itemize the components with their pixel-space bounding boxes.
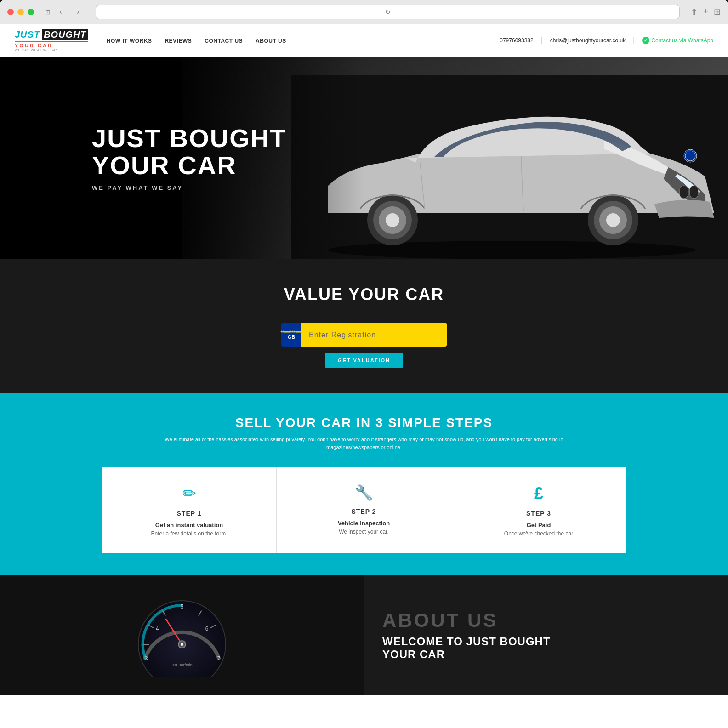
svg-point-12 (684, 149, 697, 162)
svg-rect-3 (690, 186, 698, 199)
about-title: WELCOME TO JUST BOUGHT YOUR CAR (382, 635, 710, 661)
nav-links: HOW IT WORKS REVIEWS CONTACT US ABOUT US (107, 36, 286, 45)
about-title-line2: YOUR CAR (382, 648, 445, 660)
hero-section: JUST BOUGHT YOUR CAR WE PAY WHAT WE SAY (0, 57, 728, 259)
email-address[interactable]: chris@justboughtyourcar.co.uk (550, 37, 626, 44)
step-3-icon: £ (534, 484, 543, 503)
valuation-form: ★★★★★★★★★★★★ GB GET VALUATION (281, 323, 447, 368)
nav-link-how-it-works[interactable]: HOW IT WORKS (107, 38, 152, 44)
nav-right: 07976093382 | chris@justboughtyourcar.co… (500, 36, 713, 45)
get-valuation-button[interactable]: GET VALUATION (325, 353, 403, 368)
step-2-label: STEP 2 (352, 508, 376, 515)
steps-description: We eliminate all of the hassles associat… (157, 436, 571, 451)
about-left: 3 4 5 6 7 ×1000r/min (0, 575, 364, 695)
nav-item-contact[interactable]: CONTACT US (205, 36, 243, 45)
steps-cards: ✏ STEP 1 Get an instant valuation Enter … (37, 467, 691, 553)
step-3-title: Get Paid (527, 522, 551, 529)
traffic-lights (7, 9, 34, 15)
address-bar[interactable]: ↻ (96, 5, 680, 19)
hero-title-line1: JUST BOUGHT (92, 124, 286, 153)
nav-item-how-it-works[interactable]: HOW IT WORKS (107, 36, 152, 45)
step-3-label: STEP 3 (526, 510, 551, 517)
step-2-icon: 🔧 (355, 484, 373, 501)
about-us-label: ABOUT US (382, 609, 710, 631)
hero-title-line2: YOUR CAR (92, 151, 237, 180)
svg-text:7: 7 (217, 655, 221, 662)
grid-icon[interactable]: ⊞ (714, 7, 721, 17)
logo-tagline-small: WE PAY WHAT WE SAY (15, 48, 88, 51)
steps-title: SELL YOUR CAR IN 3 SIMPLE STEPS (37, 415, 691, 430)
step-1-title: Get an instant valuation (155, 522, 223, 529)
registration-input[interactable] (301, 323, 447, 347)
whatsapp-icon: ✓ (642, 37, 649, 44)
nav-item-about[interactable]: ABOUT US (256, 36, 286, 45)
navbar: JUST BOUGHT YOUR CAR WE PAY WHAT WE SAY … (0, 24, 728, 57)
phone-number[interactable]: 07976093382 (500, 37, 533, 44)
step-1-description: Enter a few details on the form. (151, 530, 227, 537)
nav-link-reviews[interactable]: REVIEWS (165, 38, 192, 44)
registration-input-wrapper: ★★★★★★★★★★★★ GB (281, 323, 447, 347)
svg-text:5: 5 (181, 603, 184, 610)
step-card-1: ✏ STEP 1 Get an instant valuation Enter … (102, 467, 277, 553)
svg-point-11 (606, 213, 620, 227)
gb-badge: ★★★★★★★★★★★★ GB (281, 323, 301, 347)
hero-title: JUST BOUGHT YOUR CAR (92, 125, 286, 179)
logo[interactable]: JUST BOUGHT YOUR CAR WE PAY WHAT WE SAY (15, 29, 88, 51)
gb-label: GB (288, 334, 296, 340)
step-card-2: 🔧 STEP 2 Vehicle Inspection We inspect y… (277, 467, 451, 553)
sidebar-button[interactable]: ⊡ (41, 6, 54, 18)
svg-point-29 (181, 643, 183, 646)
logo-just: JUST (15, 29, 40, 40)
svg-text:×1000r/min: ×1000r/min (171, 663, 192, 667)
forward-button[interactable]: › (72, 6, 85, 18)
svg-rect-2 (680, 186, 688, 199)
hero-content: JUST BOUGHT YOUR CAR WE PAY WHAT WE SAY (0, 125, 286, 192)
logo-your-car: YOUR CAR (15, 43, 88, 48)
share-icon[interactable]: ⬆ (691, 7, 698, 17)
svg-text:4: 4 (156, 626, 159, 632)
step-1-icon: ✏ (182, 484, 196, 503)
website-content: JUST BOUGHT YOUR CAR WE PAY WHAT WE SAY … (0, 24, 728, 728)
about-right: ABOUT US WELCOME TO JUST BOUGHT YOUR CAR (364, 575, 728, 695)
steps-section: SELL YOUR CAR IN 3 SIMPLE STEPS We elimi… (0, 393, 728, 575)
nav-divider-2: | (633, 36, 635, 45)
svg-text:6: 6 (205, 626, 209, 632)
traffic-light-green[interactable] (28, 9, 34, 15)
svg-text:3: 3 (145, 655, 148, 662)
back-button[interactable]: ‹ (54, 6, 67, 18)
valuation-section: VALUE YOUR CAR ★★★★★★★★★★★★ GB GET VALUA… (0, 259, 728, 393)
svg-point-7 (386, 213, 399, 227)
valuation-title: VALUE YOUR CAR (284, 285, 444, 304)
logo-bought: BOUGHT (42, 29, 88, 40)
step-3-description: Once we've checked the car (504, 530, 573, 537)
nav-link-about[interactable]: ABOUT US (256, 38, 286, 44)
nav-divider: | (541, 36, 543, 45)
eu-stars: ★★★★★★★★★★★★ (280, 330, 302, 333)
step-2-title: Vehicle Inspection (338, 520, 390, 527)
whatsapp-link[interactable]: ✓ Contact us via WhatsApp (642, 37, 713, 44)
step-1-label: STEP 1 (177, 510, 202, 517)
nav-item-reviews[interactable]: REVIEWS (165, 36, 192, 45)
about-title-line1: WELCOME TO JUST BOUGHT (382, 635, 551, 648)
whatsapp-label: Contact us via WhatsApp (651, 37, 713, 44)
speedometer-svg: 3 4 5 6 7 ×1000r/min (131, 594, 233, 677)
browser-chrome: ⊡ ‹ › ↻ ⬆ + ⊞ (0, 0, 728, 24)
step-2-description: We inspect your car. (339, 529, 389, 535)
traffic-light-red[interactable] (7, 9, 14, 15)
hero-tagline: WE PAY WHAT WE SAY (92, 184, 286, 191)
refresh-icon[interactable]: ↻ (385, 8, 391, 16)
browser-actions: ⬆ + ⊞ (691, 7, 721, 17)
step-card-3: £ STEP 3 Get Paid Once we've checked the… (451, 467, 626, 553)
nav-link-contact[interactable]: CONTACT US (205, 38, 243, 44)
traffic-light-yellow[interactable] (17, 9, 24, 15)
new-tab-icon[interactable]: + (703, 7, 708, 17)
browser-nav: ‹ › (54, 6, 85, 18)
browser-titlebar: ⊡ ‹ › ↻ ⬆ + ⊞ (0, 0, 728, 24)
about-section: 3 4 5 6 7 ×1000r/min ABOUT US WELCOME TO… (0, 575, 728, 695)
